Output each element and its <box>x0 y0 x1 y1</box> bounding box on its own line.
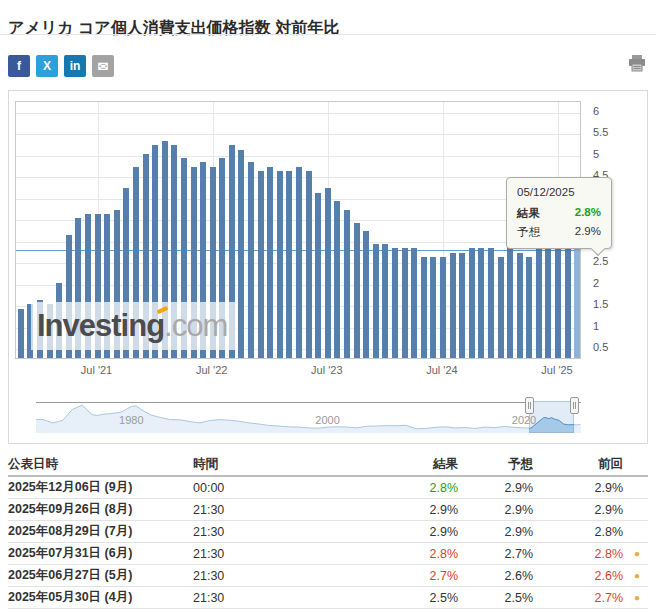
y-tick-label: 1.5 <box>593 298 627 310</box>
data-bar[interactable] <box>334 201 340 358</box>
revision-dot-icon: ● <box>623 570 640 581</box>
data-bar[interactable] <box>258 171 264 358</box>
cell-actual: 2.8% <box>343 547 458 561</box>
data-bar[interactable] <box>354 223 360 359</box>
facebook-share-button[interactable]: f <box>8 55 30 77</box>
cell-previous: 2.9% <box>533 481 623 495</box>
watermark-text-light: .com <box>164 308 227 344</box>
navigator-left-handle[interactable] <box>525 397 534 414</box>
table-row: 2025年07月31日 (6月)21:302.8%2.7%2.8%● <box>8 543 648 565</box>
data-bar[interactable] <box>344 210 350 358</box>
col-header-previous: 前回 <box>533 456 623 473</box>
table-row: 2025年09月26日 (8月)21:302.9%2.9%2.9% <box>8 499 648 521</box>
data-bar[interactable] <box>248 162 254 358</box>
y-tick-label: 2.5 <box>593 255 627 267</box>
data-bar[interactable] <box>469 248 475 358</box>
linkedin-share-button[interactable]: in <box>64 55 86 77</box>
h-gridline <box>16 134 580 135</box>
cell-time: 21:30 <box>193 569 343 583</box>
data-bar[interactable] <box>306 171 312 358</box>
table-header-row: 公表日時 時間 結果 予想 前回 <box>8 454 648 477</box>
table-row: 2025年05月30日 (4月)21:302.5%2.5%2.7%● <box>8 587 648 609</box>
data-bar[interactable] <box>478 248 484 358</box>
h-gridline <box>16 156 580 157</box>
data-bar[interactable] <box>450 253 456 358</box>
data-bar[interactable] <box>526 257 532 358</box>
data-bar[interactable] <box>411 248 417 358</box>
tooltip-result-label: 結果 <box>517 206 540 221</box>
chart-container: 65.554.543.532.521.510.5 Jul '21Jul '22J… <box>8 90 648 444</box>
cell-actual: 2.9% <box>343 525 458 539</box>
data-bar[interactable] <box>325 188 331 358</box>
data-bar[interactable] <box>373 244 379 358</box>
cell-release-date: 2025年09月26日 (8月) <box>8 501 193 518</box>
cell-time: 21:30 <box>193 547 343 561</box>
chart-tooltip: 05/12/2025 結果 2.8% 予想 2.9% <box>506 177 612 249</box>
cell-forecast: 2.6% <box>458 569 533 583</box>
data-bar[interactable] <box>555 244 561 358</box>
page-title: アメリカ コア個人消費支出価格指数 対前年比 <box>8 18 339 39</box>
watermark-text-bold: Investing <box>37 308 164 344</box>
data-bar[interactable] <box>296 167 302 358</box>
y-tick-label: 1 <box>593 320 627 332</box>
cell-forecast: 2.7% <box>458 547 533 561</box>
tooltip-pointer <box>591 242 605 256</box>
investing-watermark: Investing.com <box>31 302 238 350</box>
y-tick-label: 2 <box>593 277 627 289</box>
cell-time: 00:00 <box>193 481 343 495</box>
data-bar[interactable] <box>392 248 398 358</box>
email-share-button[interactable]: ✉ <box>92 55 114 77</box>
navigator-selected-range[interactable] <box>529 401 574 433</box>
range-navigator[interactable]: 198020002020 <box>36 401 581 433</box>
data-bar[interactable] <box>517 253 523 358</box>
print-icon[interactable] <box>627 53 647 73</box>
data-bar[interactable] <box>507 244 513 358</box>
data-bar[interactable] <box>565 244 571 358</box>
share-buttons: fXin✉ <box>8 55 114 77</box>
cell-actual: 2.7% <box>343 569 458 583</box>
data-bar[interactable] <box>363 231 369 358</box>
col-header-actual: 結果 <box>343 456 458 473</box>
data-bar[interactable] <box>545 248 551 358</box>
x-tick-label: Jul '21 <box>81 364 112 376</box>
data-bar[interactable] <box>238 150 244 359</box>
data-bar[interactable] <box>498 257 504 358</box>
navigator-right-handle[interactable] <box>570 397 579 414</box>
data-bar[interactable] <box>440 257 446 358</box>
data-bar[interactable] <box>574 248 580 358</box>
cell-release-date: 2025年12月06日 (9月) <box>8 479 193 496</box>
data-bar[interactable] <box>267 167 273 358</box>
data-bar[interactable] <box>382 244 388 358</box>
data-bar[interactable] <box>18 309 24 358</box>
cell-time: 21:30 <box>193 503 343 517</box>
history-table: 公表日時 時間 結果 予想 前回 2025年12月06日 (9月)00:002.… <box>8 454 648 609</box>
data-bar[interactable] <box>488 248 494 358</box>
table-row: 2025年12月06日 (9月)00:002.8%2.9%2.9% <box>8 477 648 499</box>
cell-release-date: 2025年08月29日 (7月) <box>8 523 193 540</box>
h-gridline <box>16 113 580 114</box>
cell-release-date: 2025年06月27日 (5月) <box>8 567 193 584</box>
tooltip-forecast-label: 予想 <box>517 225 540 240</box>
x-tick-label: Jul '23 <box>311 364 342 376</box>
data-bar[interactable] <box>277 171 283 358</box>
navigator-series <box>36 401 581 433</box>
data-bar[interactable] <box>315 193 321 359</box>
tooltip-forecast-value: 2.9% <box>575 225 601 240</box>
divider <box>0 34 656 35</box>
data-bar[interactable] <box>402 248 408 358</box>
y-tick-label: 5.5 <box>593 126 627 138</box>
data-bar[interactable] <box>430 257 436 358</box>
cell-previous: 2.6% <box>533 569 623 583</box>
cell-forecast: 2.9% <box>458 481 533 495</box>
data-bar[interactable] <box>286 171 292 358</box>
data-bar[interactable] <box>421 257 427 358</box>
data-bar[interactable] <box>459 253 465 358</box>
cell-time: 21:30 <box>193 525 343 539</box>
cell-previous: 2.8% <box>533 547 623 561</box>
x-tick-label: Jul '24 <box>426 364 457 376</box>
data-bar[interactable] <box>536 248 542 358</box>
x-twitter-share-button[interactable]: X <box>36 55 58 77</box>
x-tick-label: Jul '22 <box>196 364 227 376</box>
cell-actual: 2.8% <box>343 481 458 495</box>
col-header-forecast: 予想 <box>458 456 533 473</box>
